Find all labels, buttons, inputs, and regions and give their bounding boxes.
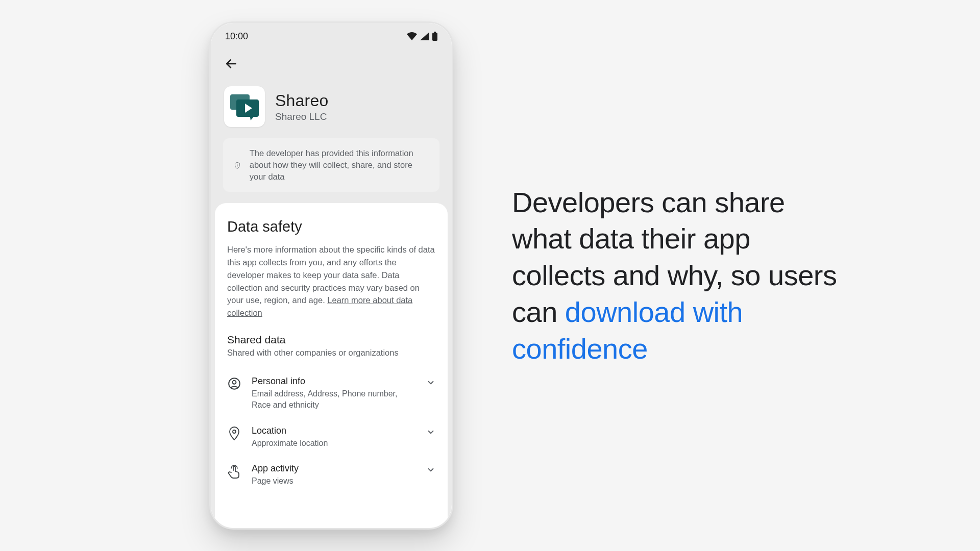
toolbar [211, 49, 452, 77]
svg-rect-0 [432, 33, 437, 41]
data-row-title: Location [252, 425, 416, 436]
app-developer: Shareo LLC [275, 111, 328, 122]
data-row-app-activity[interactable]: App activity Page views [227, 456, 435, 494]
data-row-title: Personal info [252, 376, 416, 387]
data-row-sub: Email address, Address, Phone number, Ra… [252, 388, 416, 411]
status-time: 10:00 [225, 31, 248, 42]
shared-data-sub: Shared with other companies or organizat… [227, 348, 435, 358]
data-safety-description: Here's more information about the specif… [227, 243, 435, 319]
app-header: Shareo Shareo LLC [211, 77, 452, 138]
svg-point-3 [237, 164, 237, 164]
svg-point-7 [233, 430, 236, 433]
signal-icon [420, 32, 429, 40]
data-row-location[interactable]: Location Approximate location [227, 418, 435, 456]
data-safety-card: Data safety Here's more information abou… [215, 203, 448, 528]
touch-icon [227, 464, 241, 480]
svg-point-6 [233, 381, 236, 384]
arrow-left-icon [225, 57, 238, 70]
shield-info-icon [234, 158, 240, 172]
person-icon [227, 377, 241, 390]
battery-icon [432, 32, 437, 41]
wifi-icon [407, 32, 417, 40]
phone-screen: 10:00 Shareo Shareo LLC [211, 23, 452, 528]
location-pin-icon [227, 427, 241, 441]
phone-device: 10:00 Shareo Shareo LLC [209, 21, 453, 530]
app-icon [224, 86, 265, 127]
svg-rect-1 [434, 32, 436, 33]
marketing-headline: Developers can share what data their app… [512, 184, 849, 367]
status-icons [407, 32, 437, 41]
data-safety-heading: Data safety [227, 218, 435, 235]
data-row-personal-info[interactable]: Personal info Email address, Address, Ph… [227, 369, 435, 418]
app-name: Shareo [275, 91, 328, 110]
back-button[interactable] [222, 55, 240, 73]
status-bar: 10:00 [211, 23, 452, 49]
data-row-sub: Page views [252, 475, 416, 487]
data-row-sub: Approximate location [252, 438, 416, 449]
developer-info-text: The developer has provided this informat… [250, 147, 428, 183]
chevron-down-icon [426, 428, 435, 437]
chevron-down-icon [426, 465, 435, 474]
shared-data-heading: Shared data [227, 334, 435, 346]
chevron-down-icon [426, 378, 435, 387]
data-row-title: App activity [252, 463, 416, 474]
developer-info-box: The developer has provided this informat… [223, 138, 439, 192]
